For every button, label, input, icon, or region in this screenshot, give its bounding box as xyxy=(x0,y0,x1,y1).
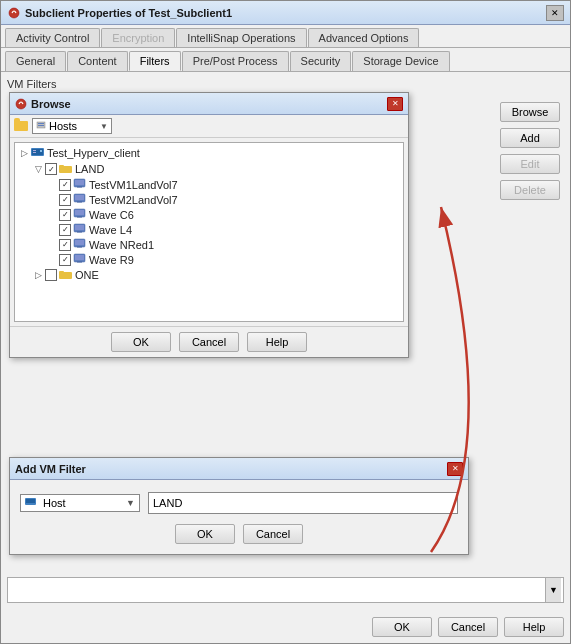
tab-general[interactable]: General xyxy=(5,51,66,71)
tree-indent-wavenred1: Wave NRed1 xyxy=(17,237,401,252)
tree-label-waver9: Wave R9 xyxy=(89,254,134,266)
tree-item-waver9[interactable]: Wave R9 xyxy=(45,252,401,267)
expand-icon-one[interactable]: ▷ xyxy=(31,268,45,282)
svg-rect-19 xyxy=(75,210,84,215)
tree-indent-land: ▽ LAND xyxy=(17,161,401,177)
tree-indent-wavec6: Wave C6 xyxy=(17,207,401,222)
checkbox-vm1[interactable] xyxy=(59,179,71,191)
checkbox-waver9[interactable] xyxy=(59,254,71,266)
checkbox-land[interactable] xyxy=(45,163,57,175)
ok-button[interactable]: OK xyxy=(372,617,432,637)
add-button[interactable]: Add xyxy=(500,128,560,148)
tree-item-vm2[interactable]: TestVM2LandVol7 xyxy=(45,192,401,207)
vm-filters-label: VM Filters xyxy=(7,78,564,90)
tree-label-wavec6: Wave C6 xyxy=(89,209,134,221)
add-vm-dropdown-label: Host xyxy=(43,497,66,509)
tree-label-vm1: TestVM1LandVol7 xyxy=(89,179,178,191)
browse-tree[interactable]: ▷ Test_Hyperv_client ▽ LAND xyxy=(14,142,404,322)
tab-content[interactable]: Content xyxy=(67,51,128,71)
server-icon xyxy=(31,146,45,160)
add-vm-type-dropdown[interactable]: Host ▼ xyxy=(20,494,140,512)
tab-intellisnap[interactable]: IntelliSnap Operations xyxy=(176,28,306,47)
tree-item-wavec6[interactable]: Wave C6 xyxy=(45,207,401,222)
hosts-dropdown[interactable]: Hosts ▼ xyxy=(32,118,112,134)
vm-icon-wavec6 xyxy=(73,208,87,221)
svg-point-1 xyxy=(16,99,26,109)
edit-button[interactable]: Edit xyxy=(500,154,560,174)
browse-close-button[interactable]: ✕ xyxy=(387,97,403,111)
svg-rect-22 xyxy=(75,225,84,230)
help-button[interactable]: Help xyxy=(504,617,564,637)
tree-item-wavel4[interactable]: Wave L4 xyxy=(45,222,401,237)
browse-title-icon xyxy=(15,98,27,110)
expand-icon-land[interactable]: ▽ xyxy=(31,162,45,176)
tree-item-wavenred1[interactable]: Wave NRed1 xyxy=(45,237,401,252)
top-tab-bar: Activity Control Encryption IntelliSnap … xyxy=(1,25,570,48)
add-vm-ok-button[interactable]: OK xyxy=(175,524,235,544)
svg-rect-14 xyxy=(77,187,82,188)
svg-rect-11 xyxy=(59,165,64,168)
svg-rect-29 xyxy=(77,262,82,263)
filter-dropdown-arrow[interactable]: ▼ xyxy=(545,578,561,602)
checkbox-wavec6[interactable] xyxy=(59,209,71,221)
expand-icon[interactable]: ▷ xyxy=(17,146,31,160)
browse-ok-button[interactable]: OK xyxy=(111,332,171,352)
cancel-button[interactable]: Cancel xyxy=(438,617,498,637)
tab-advanced-options[interactable]: Advanced Options xyxy=(308,28,420,47)
svg-point-0 xyxy=(9,8,19,18)
browse-title-text: Browse xyxy=(31,98,71,110)
svg-rect-25 xyxy=(75,240,84,245)
tree-item-hyperv[interactable]: ▷ Test_Hyperv_client xyxy=(17,145,401,161)
svg-point-9 xyxy=(40,150,42,152)
tab-security[interactable]: Security xyxy=(290,51,352,71)
folder-icon-one xyxy=(59,269,73,282)
browse-toolbar: Hosts ▼ xyxy=(10,115,408,138)
checkbox-one[interactable] xyxy=(45,269,57,281)
add-vm-cancel-button[interactable]: Cancel xyxy=(243,524,303,544)
svg-rect-8 xyxy=(33,152,36,153)
vm-icon-waver9 xyxy=(73,253,87,266)
browse-help-button[interactable]: Help xyxy=(247,332,307,352)
tree-label-wavel4: Wave L4 xyxy=(89,224,132,236)
browse-button[interactable]: Browse xyxy=(500,102,560,122)
tree-indent-vm2: TestVM2LandVol7 xyxy=(17,192,401,207)
svg-rect-3 xyxy=(38,123,44,124)
checkbox-vm2[interactable] xyxy=(59,194,71,206)
add-vm-dropdown-arrow: ▼ xyxy=(126,498,135,508)
add-vm-buttons: OK Cancel xyxy=(10,518,468,546)
main-content: VM Filters Browse ✕ xyxy=(1,72,570,643)
hosts-dropdown-arrow: ▼ xyxy=(100,122,108,131)
svg-rect-31 xyxy=(59,271,64,274)
add-vm-title-bar: Add VM Filter ✕ xyxy=(10,458,468,480)
bottom-filter-bar[interactable]: ▼ xyxy=(7,577,564,603)
tree-label-vm2: TestVM2LandVol7 xyxy=(89,194,178,206)
browse-title-left: Browse xyxy=(15,98,71,110)
window-close-button[interactable]: ✕ xyxy=(546,5,564,21)
tab-activity-control[interactable]: Activity Control xyxy=(5,28,100,47)
tree-indent-one: ▷ ONE xyxy=(17,267,401,283)
folder-icon xyxy=(14,121,28,131)
tree-label-hyperv: Test_Hyperv_client xyxy=(47,147,140,159)
tab-encryption[interactable]: Encryption xyxy=(101,28,175,47)
tab-prepost[interactable]: Pre/Post Process xyxy=(182,51,289,71)
bottom-buttons: OK Cancel Help xyxy=(372,617,564,637)
checkbox-wavenred1[interactable] xyxy=(59,239,71,251)
title-bar: Subclient Properties of Test_Subclient1 … xyxy=(1,1,570,25)
svg-rect-16 xyxy=(75,195,84,200)
svg-rect-13 xyxy=(75,180,84,185)
browse-dialog: Browse ✕ Hosts ▼ ▷ xyxy=(9,92,409,358)
add-vm-close-button[interactable]: ✕ xyxy=(447,462,463,476)
tree-item-land[interactable]: ▽ LAND xyxy=(31,161,401,177)
delete-button[interactable]: Delete xyxy=(500,180,560,200)
checkbox-wavel4[interactable] xyxy=(59,224,71,236)
tab-storage[interactable]: Storage Device xyxy=(352,51,449,71)
svg-rect-28 xyxy=(75,255,84,260)
tree-item-vm1[interactable]: TestVM1LandVol7 xyxy=(45,177,401,192)
add-vm-input[interactable] xyxy=(148,492,458,514)
tab-filters[interactable]: Filters xyxy=(129,51,181,71)
browse-cancel-button[interactable]: Cancel xyxy=(179,332,239,352)
right-buttons-panel: Browse Add Edit Delete xyxy=(500,92,560,200)
tree-label-wavenred1: Wave NRed1 xyxy=(89,239,154,251)
tree-item-one[interactable]: ▷ ONE xyxy=(31,267,401,283)
add-vm-title-text: Add VM Filter xyxy=(15,463,86,475)
